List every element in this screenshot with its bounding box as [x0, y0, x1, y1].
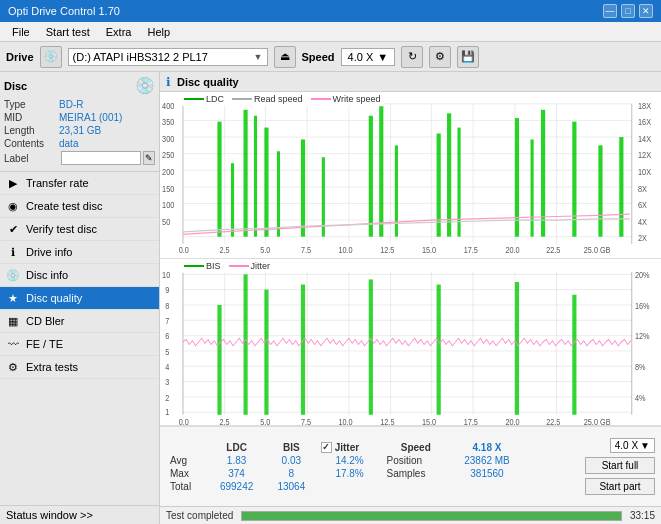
progress-bar [241, 511, 622, 521]
speed-combo[interactable]: 4.0 X ▼ [610, 438, 655, 453]
svg-text:12X: 12X [638, 151, 652, 161]
table-row: Avg 1.83 0.03 14.2% Position 23862 MB [166, 454, 525, 467]
svg-rect-108 [264, 290, 268, 415]
svg-text:5.0: 5.0 [260, 417, 271, 425]
svg-rect-57 [369, 116, 373, 237]
chart1-container: LDC Read speed Write speed 400 [160, 92, 661, 259]
drive-icon-button[interactable]: 💿 [40, 46, 62, 68]
label-input[interactable] [61, 151, 141, 165]
svg-text:20.0: 20.0 [505, 417, 520, 425]
svg-text:25.0 GB: 25.0 GB [584, 246, 611, 256]
close-button[interactable]: ✕ [639, 4, 653, 18]
menu-extra[interactable]: Extra [98, 24, 140, 40]
table-row: Max 374 8 17.8% Samples 381560 [166, 467, 525, 480]
sidebar-item-create-test-disc[interactable]: ◉ Create test disc [0, 195, 159, 218]
svg-text:17.5: 17.5 [464, 246, 479, 256]
menu-file[interactable]: File [4, 24, 38, 40]
legend-ldc: LDC [184, 94, 224, 104]
table-row: Total 699242 13064 [166, 480, 525, 493]
sidebar-item-fe-te[interactable]: 〰 FE / TE [0, 333, 159, 356]
sidebar-item-transfer-rate[interactable]: ▶ Transfer rate [0, 172, 159, 195]
svg-text:1: 1 [165, 407, 169, 417]
svg-text:2.5: 2.5 [219, 417, 230, 425]
sidebar-item-label: CD Bler [26, 315, 65, 327]
sidebar-item-label: FE / TE [26, 338, 63, 350]
svg-rect-110 [369, 279, 373, 414]
right-panel: ℹ Disc quality LDC Read speed [160, 72, 661, 524]
svg-rect-49 [217, 122, 221, 237]
col-jitter-header: ✓ Jitter [317, 441, 383, 454]
svg-text:100: 100 [162, 201, 175, 211]
status-bar: Test completed 33:15 [160, 506, 661, 524]
disc-quality-title: Disc quality [177, 76, 239, 88]
row-avg-label: Avg [166, 454, 207, 467]
chart1-svg: 400 350 300 250 200 150 100 50 18X 16X 1… [160, 92, 661, 258]
sidebar-item-cd-bler[interactable]: ▦ CD Bler [0, 310, 159, 333]
eject-button[interactable]: ⏏ [274, 46, 296, 68]
status-window-label: Status window >> [6, 509, 93, 521]
contents-value: data [59, 138, 155, 149]
jitter-checkbox[interactable]: ✓ [321, 442, 332, 453]
disc-quality-header-icon: ℹ [166, 75, 171, 89]
svg-text:15.0: 15.0 [422, 246, 437, 256]
speed-combo-value: 4.0 X [615, 440, 638, 451]
legend-write-speed: Write speed [311, 94, 381, 104]
avg-bis: 0.03 [266, 454, 317, 467]
sidebar-menu: ▶ Transfer rate ◉ Create test disc ✔ Ver… [0, 172, 159, 505]
mid-value: MEIRA1 (001) [59, 112, 155, 123]
svg-text:250: 250 [162, 151, 175, 161]
svg-text:18X: 18X [638, 101, 652, 111]
svg-text:5: 5 [165, 347, 169, 357]
sidebar-item-disc-info[interactable]: 💿 Disc info [0, 264, 159, 287]
length-value: 23,31 GB [59, 125, 155, 136]
fe-te-icon: 〰 [6, 337, 20, 351]
menu-help[interactable]: Help [139, 24, 178, 40]
menu-start-test[interactable]: Start test [38, 24, 98, 40]
svg-text:8X: 8X [638, 184, 648, 194]
disc-quality-icon: ★ [6, 291, 20, 305]
sidebar-item-drive-info[interactable]: ℹ Drive info [0, 241, 159, 264]
svg-rect-63 [515, 118, 519, 237]
type-label: Type [4, 99, 59, 110]
legend-read-speed-label: Read speed [254, 94, 303, 104]
max-bis: 8 [266, 467, 317, 480]
settings-button[interactable]: ⚙ [429, 46, 451, 68]
label-label: Label [4, 153, 59, 164]
stats-right: 4.0 X ▼ Start full Start part [525, 438, 655, 495]
refresh-button[interactable]: ↻ [401, 46, 423, 68]
sidebar-item-label: Extra tests [26, 361, 78, 373]
speed-select[interactable]: 4.0 X ▼ [341, 48, 396, 66]
sidebar-item-verify-test-disc[interactable]: ✔ Verify test disc [0, 218, 159, 241]
svg-text:25.0 GB: 25.0 GB [584, 417, 611, 425]
cd-bler-icon: ▦ [6, 314, 20, 328]
svg-text:12.5: 12.5 [380, 417, 395, 425]
main-content: Disc 💿 Type BD-R MID MEIRA1 (001) Length… [0, 72, 661, 524]
col-speed-value: 4.18 X [449, 441, 525, 454]
sidebar-item-extra-tests[interactable]: ⚙ Extra tests [0, 356, 159, 379]
maximize-button[interactable]: □ [621, 4, 635, 18]
status-window-button[interactable]: Status window >> [0, 505, 159, 524]
svg-rect-107 [244, 274, 248, 414]
svg-text:16%: 16% [635, 301, 650, 311]
max-jitter: 17.8% [317, 467, 383, 480]
start-part-button[interactable]: Start part [585, 478, 655, 495]
drive-select-value: (D:) ATAPI iHBS312 2 PL17 [73, 51, 254, 63]
sidebar-item-disc-quality[interactable]: ★ Disc quality [0, 287, 159, 310]
svg-rect-106 [217, 305, 221, 415]
svg-text:4%: 4% [635, 393, 646, 403]
title-bar-controls: — □ ✕ [603, 4, 653, 18]
start-full-button[interactable]: Start full [585, 457, 655, 474]
chart2-svg: 10 9 8 7 6 5 4 3 2 1 20% 16% 12% 8% 4% [160, 259, 661, 425]
col-speed-label: Speed [383, 441, 449, 454]
save-button[interactable]: 💾 [457, 46, 479, 68]
svg-text:15.0: 15.0 [422, 417, 437, 425]
sidebar: Disc 💿 Type BD-R MID MEIRA1 (001) Length… [0, 72, 160, 524]
stats-row: LDC BIS ✓ Jitter Speed 4.18 X [160, 426, 661, 506]
label-edit-button[interactable]: ✎ [143, 151, 155, 165]
speed-value: 4.0 X [348, 51, 374, 63]
svg-text:10: 10 [162, 270, 171, 280]
svg-text:150: 150 [162, 184, 175, 194]
svg-text:16X: 16X [638, 118, 652, 128]
minimize-button[interactable]: — [603, 4, 617, 18]
drive-select[interactable]: (D:) ATAPI iHBS312 2 PL17 ▼ [68, 48, 268, 66]
